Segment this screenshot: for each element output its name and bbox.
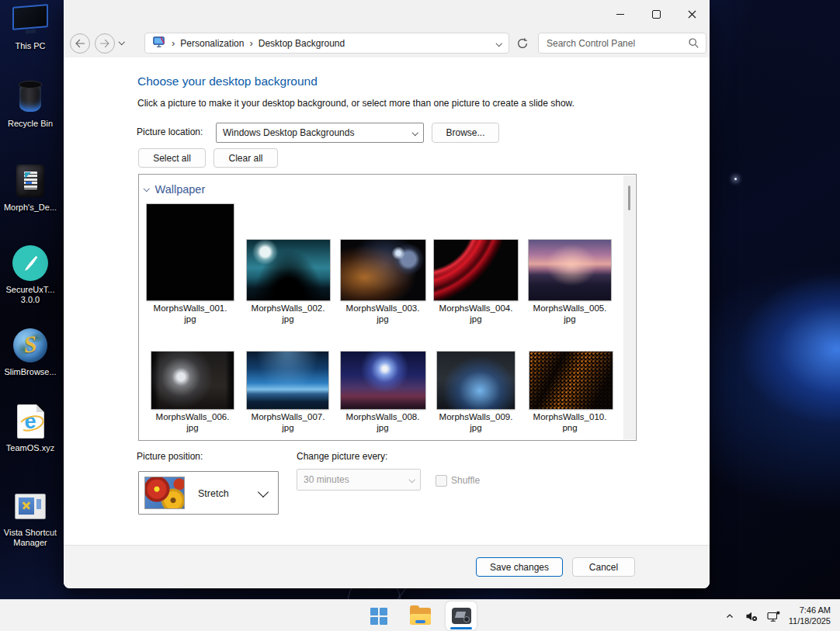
wallpaper-thumbnail-1[interactable] bbox=[147, 204, 234, 300]
change-picture-label: Change picture every: bbox=[297, 451, 387, 462]
collapse-chevron-icon bbox=[144, 185, 150, 192]
desktop-icon-label: SlimBrowse... bbox=[4, 367, 56, 377]
picture-position-thumbnail bbox=[144, 477, 185, 509]
wallpaper-thumbnail-5[interactable] bbox=[529, 240, 611, 300]
picture-location-dropdown[interactable]: Windows Desktop Backgrounds bbox=[216, 123, 424, 143]
wallpaper-thumbnail-9[interactable] bbox=[437, 352, 515, 409]
minimize-button[interactable] bbox=[602, 0, 638, 29]
page-subtitle: Click a picture to make it your desktop … bbox=[137, 98, 574, 109]
chevron-down-icon bbox=[258, 487, 269, 498]
change-picture-dropdown: 30 minutes bbox=[297, 469, 421, 491]
desktop-icon-label: Recycle Bin bbox=[8, 119, 53, 129]
desktop-icon-morphs-desktop[interactable]: Morph's_De... bbox=[0, 161, 61, 213]
window-content: Choose your desktop background Click a p… bbox=[64, 57, 710, 546]
wallpaper-thumbnail-8[interactable] bbox=[341, 352, 425, 409]
search-icon bbox=[688, 37, 699, 49]
wallpaper-thumbnail-4[interactable] bbox=[434, 240, 518, 300]
desktop-icon-this-pc[interactable]: This PC bbox=[0, 0, 61, 51]
personalization-taskbar-button[interactable] bbox=[446, 602, 477, 630]
close-icon bbox=[688, 10, 696, 19]
clear-all-button[interactable]: Clear all bbox=[213, 148, 278, 168]
start-button[interactable] bbox=[363, 602, 394, 630]
thumbnail-label: MorphsWalls_006.jpg bbox=[142, 411, 243, 433]
wallpaper-thumbnail-10[interactable] bbox=[529, 352, 613, 409]
navigation-bar: › Personalization › Desktop Background bbox=[64, 29, 710, 57]
desktop-icon-teamos[interactable]: e TeamOS.xyz bbox=[0, 402, 61, 453]
control-panel-window: › Personalization › Desktop Background bbox=[64, 0, 710, 588]
address-dropdown-chevron-icon[interactable] bbox=[495, 40, 502, 47]
maximize-button[interactable] bbox=[638, 0, 674, 29]
search-box[interactable] bbox=[538, 33, 706, 54]
refresh-button[interactable] bbox=[516, 37, 529, 50]
chevron-down-icon bbox=[411, 130, 418, 136]
volume-button[interactable] bbox=[742, 604, 762, 629]
forward-button[interactable] bbox=[95, 33, 115, 54]
desktop-icon-label: This PC bbox=[15, 41, 45, 51]
wallpaper-thumbnail-6[interactable] bbox=[151, 352, 234, 409]
desktop-icon-label-2: 3.0.0 bbox=[21, 295, 40, 305]
taskbar-clock[interactable]: 7:46 AM 11/18/2025 bbox=[786, 605, 837, 626]
picture-position-label: Picture position: bbox=[137, 451, 203, 462]
group-header-label: Wallpaper bbox=[155, 183, 206, 196]
breadcrumb-desktop-background[interactable]: Desktop Background bbox=[259, 38, 345, 49]
file-explorer-button[interactable] bbox=[404, 602, 436, 630]
thumbnail-label: MorphsWalls_007.jpg bbox=[238, 411, 338, 433]
back-button[interactable] bbox=[70, 33, 90, 54]
desktop-icon-recycle-bin[interactable]: Recycle Bin bbox=[0, 78, 61, 129]
desktop-icon-label: TeamOS.xyz bbox=[6, 443, 54, 453]
wallpaper-star bbox=[734, 178, 737, 180]
picture-position-dropdown[interactable]: Stretch bbox=[138, 471, 279, 515]
thumbnail-label: MorphsWalls_005.jpg bbox=[519, 303, 620, 324]
paintbrush-circle-icon bbox=[12, 244, 48, 283]
page-title: Choose your desktop background bbox=[137, 75, 318, 88]
browse-button[interactable]: Browse... bbox=[432, 123, 499, 143]
shuffle-label: Shuffle bbox=[451, 475, 480, 486]
active-app-icon bbox=[452, 608, 471, 624]
picture-position-value: Stretch bbox=[198, 488, 229, 499]
address-bar[interactable]: › Personalization › Desktop Background bbox=[144, 33, 509, 54]
desktop-icon-label: Morph's_De... bbox=[4, 203, 57, 213]
wallpaper-group-header[interactable]: Wallpaper bbox=[144, 183, 205, 196]
personalization-icon bbox=[153, 36, 166, 50]
file-explorer-icon bbox=[410, 608, 431, 625]
minimize-icon bbox=[616, 14, 624, 15]
clock-time: 7:46 AM bbox=[800, 605, 831, 616]
forward-icon bbox=[99, 39, 110, 48]
breadcrumb-separator: › bbox=[249, 37, 252, 49]
thumbnail-label: MorphsWalls_008.jpg bbox=[332, 411, 433, 433]
save-changes-button[interactable]: Save changes bbox=[476, 557, 563, 577]
scrollbar[interactable] bbox=[623, 175, 635, 439]
desktop-icon-vista-shortcut-manager[interactable]: Vista Shortcut Manager bbox=[0, 487, 61, 548]
desktop-icon-slimbrowser[interactable]: S SlimBrowse... bbox=[0, 326, 61, 377]
select-all-button[interactable]: Select all bbox=[138, 148, 206, 168]
shortcut-manager-icon bbox=[15, 487, 46, 525]
wallpaper-thumbnail-3[interactable] bbox=[341, 240, 425, 300]
breadcrumb-personalization[interactable]: Personalization bbox=[180, 38, 244, 49]
maximize-icon bbox=[652, 10, 661, 19]
search-input[interactable] bbox=[545, 37, 688, 50]
desktop-icon-label: Vista Shortcut bbox=[4, 528, 57, 538]
recycle-bin-icon bbox=[19, 78, 41, 116]
taskbar: 7:46 AM 11/18/2025 bbox=[0, 599, 840, 631]
cancel-button[interactable]: Cancel bbox=[572, 557, 635, 577]
scrollbar-thumb[interactable] bbox=[628, 185, 630, 210]
wallpaper-thumbnail-2[interactable] bbox=[247, 240, 330, 300]
thumbnail-label: MorphsWalls_002.jpg bbox=[238, 303, 338, 324]
picture-location-label: Picture location: bbox=[137, 127, 203, 137]
breadcrumb-separator: › bbox=[172, 37, 175, 49]
picture-location-value: Windows Desktop Backgrounds bbox=[223, 127, 354, 138]
system-tray: 7:46 AM 11/18/2025 bbox=[720, 600, 837, 631]
wallpaper-thumbnail-7[interactable] bbox=[247, 352, 328, 409]
network-button[interactable] bbox=[764, 604, 783, 629]
wallpaper-list: Wallpaper MorphsWalls_001.jpg MorphsWall… bbox=[138, 174, 637, 441]
globe-s-icon: S bbox=[13, 326, 47, 365]
desktop-icon-secureuxtheme[interactable]: SecureUxT... 3.0.0 bbox=[0, 244, 61, 305]
back-icon bbox=[75, 39, 85, 48]
recent-pages-chevron-icon[interactable] bbox=[119, 39, 125, 45]
close-button[interactable] bbox=[674, 0, 710, 29]
hidden-icons-button[interactable] bbox=[720, 604, 740, 629]
active-app-indicator bbox=[450, 627, 472, 629]
desktop-icons: This PC Recycle Bin Morph's_De... Secure… bbox=[0, 0, 62, 590]
window-titlebar[interactable] bbox=[64, 0, 710, 29]
volume-muted-icon bbox=[745, 611, 758, 622]
